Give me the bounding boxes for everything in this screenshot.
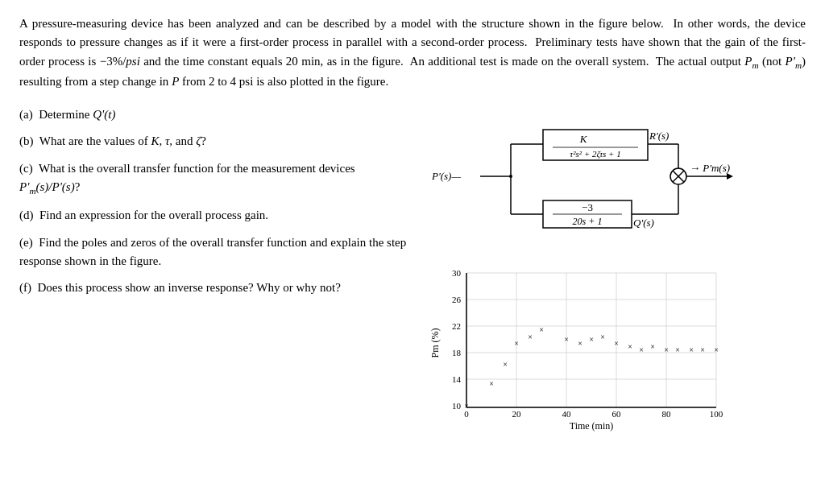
y-label-10: 10 [452,401,462,411]
data-point-10: × [600,333,605,341]
question-a-text: Determine Q'(t) [39,108,115,121]
question-a: (a) Determine Q'(t) [19,105,414,124]
question-c-text: What is the overall transfer function fo… [19,162,355,193]
data-point-16: × [675,345,680,354]
data-point-9: × [589,335,594,344]
question-c: (c) What is the overall transfer functio… [19,159,414,199]
y-label-18: 18 [452,348,462,357]
data-point-8: × [578,339,582,348]
data-point-11: × [614,339,619,348]
x-label-100: 100 [710,409,723,419]
y-label-26: 26 [452,295,462,304]
y-label-14: 14 [452,374,462,384]
question-f: (f) Does this process show an inverse re… [19,279,414,297]
question-f-text: Does this process show an inverse respon… [38,281,341,294]
data-point-18: × [700,345,705,354]
data-point-6: × [539,325,544,334]
question-a-label: (a) [19,108,35,121]
x-axis-title: Time (min) [570,420,614,432]
data-point-7: × [564,335,569,344]
data-point-17: × [689,345,694,354]
data-point-1: × [464,402,469,411]
question-b-label: (b) [19,134,36,147]
bd-q-label: Q'(s) [633,217,654,229]
question-b-text: What are the values of K, τ, and ζ? [39,134,206,147]
question-d-label: (d) [19,209,36,221]
y-label-22: 22 [452,321,461,331]
bd-r-label: R'(s) [649,130,669,142]
data-point-5: × [528,333,533,341]
bd-output-label: → P'm(s) [690,162,730,174]
block-diagram: P'(s)— K τ²s² + 2ζτs + 1 R'(s) [430,105,736,258]
question-d-text: Find an expression for the overall proce… [39,209,268,221]
x-label-60: 60 [612,409,622,419]
questions-section: (a) Determine Q'(t) (b) What are the val… [19,105,422,436]
data-point-2: × [489,379,494,388]
data-point-13: × [639,345,644,354]
data-point-19: × [714,345,719,354]
y-axis-title: Pm (%) [430,328,441,358]
data-point-3: × [503,360,508,369]
x-label-80: 80 [662,409,672,419]
chart-area: 30 26 22 18 14 10 0 20 40 60 80 100 Pm (… [430,266,728,436]
question-f-label: (f) [19,281,35,294]
intro-paragraph: A pressure-measuring device has been ana… [19,14,806,91]
diagrams-section: P'(s)— K τ²s² + 2ζτs + 1 R'(s) [422,105,806,436]
question-b: (b) What are the values of K, τ, and ζ? [19,132,414,151]
question-e-label: (e) [19,236,35,249]
data-point-15: × [664,345,669,354]
question-e-text: Find the poles and zeros of the overall … [19,236,406,267]
question-e: (e) Find the poles and zeros of the over… [19,233,414,271]
bd-top-block-k: K [579,133,588,145]
question-d: (d) Find an expression for the overall p… [19,206,414,225]
bd-bottom-block-num: −3 [582,201,593,213]
bd-top-block-denom: τ²s² + 2ζτs + 1 [570,149,621,159]
x-label-40: 40 [562,409,572,419]
bd-bottom-block-denom: 20s + 1 [573,216,603,227]
y-label-30: 30 [452,268,462,278]
data-point-4: × [514,339,519,348]
data-point-12: × [628,342,632,351]
x-label-20: 20 [512,409,522,419]
data-point-14: × [650,342,655,351]
bd-input-label: P'(s)— [431,170,461,182]
svg-marker-12 [727,173,733,180]
question-c-label: (c) [19,162,35,175]
